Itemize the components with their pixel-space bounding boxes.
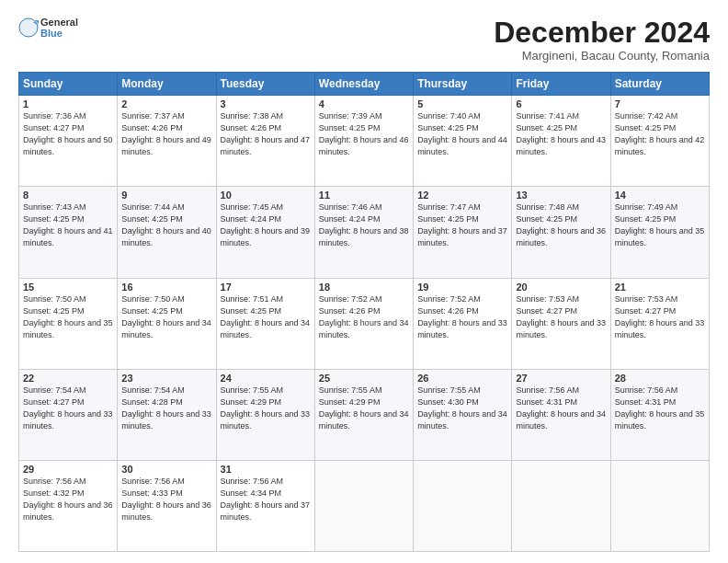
header-sunday: Sunday	[19, 73, 118, 96]
day-info: Sunrise: 7:45 AM Sunset: 4:24 PM Dayligh…	[221, 201, 311, 249]
calendar: SundayMondayTuesdayWednesdayThursdayFrid…	[18, 72, 710, 552]
day-cell-22: 22 Sunrise: 7:54 AM Sunset: 4:27 PM Dayl…	[19, 369, 118, 460]
week-row-5: 29 Sunrise: 7:56 AM Sunset: 4:32 PM Dayl…	[19, 460, 710, 551]
empty-cell-4-5	[512, 460, 610, 551]
day-cell-4: 4 Sunrise: 7:39 AM Sunset: 4:25 PM Dayli…	[314, 96, 413, 187]
day-cell-26: 26 Sunrise: 7:55 AM Sunset: 4:30 PM Dayl…	[414, 369, 512, 460]
day-info: Sunrise: 7:53 AM Sunset: 4:27 PM Dayligh…	[615, 293, 705, 341]
day-cell-7: 7 Sunrise: 7:42 AM Sunset: 4:25 PM Dayli…	[610, 96, 709, 187]
day-number: 30	[121, 464, 211, 475]
day-info: Sunrise: 7:56 AM Sunset: 4:31 PM Dayligh…	[615, 385, 705, 432]
logo: General Blue	[18, 17, 78, 39]
day-number: 28	[615, 373, 705, 384]
day-info: Sunrise: 7:52 AM Sunset: 4:26 PM Dayligh…	[417, 293, 507, 341]
empty-cell-4-3	[314, 460, 413, 551]
day-info: Sunrise: 7:53 AM Sunset: 4:27 PM Dayligh…	[516, 293, 606, 341]
day-number: 14	[615, 190, 705, 201]
header-saturday: Saturday	[610, 73, 709, 96]
day-number: 11	[319, 190, 409, 201]
subtitle: Margineni, Bacau County, Romania	[494, 49, 710, 63]
day-number: 20	[516, 282, 606, 293]
header-friday: Friday	[512, 73, 610, 96]
empty-cell-4-4	[414, 460, 512, 551]
day-number: 24	[221, 373, 311, 384]
day-number: 25	[319, 373, 409, 384]
day-number: 17	[221, 282, 311, 293]
day-info: Sunrise: 7:43 AM Sunset: 4:25 PM Dayligh…	[23, 201, 113, 249]
day-cell-18: 18 Sunrise: 7:52 AM Sunset: 4:26 PM Dayl…	[314, 278, 413, 369]
day-number: 8	[23, 190, 113, 201]
day-number: 29	[23, 464, 113, 475]
day-info: Sunrise: 7:38 AM Sunset: 4:26 PM Dayligh…	[221, 110, 311, 158]
header-thursday: Thursday	[414, 73, 512, 96]
day-cell-11: 11 Sunrise: 7:46 AM Sunset: 4:24 PM Dayl…	[314, 187, 413, 278]
day-number: 10	[221, 190, 311, 201]
day-number: 21	[615, 282, 705, 293]
day-info: Sunrise: 7:47 AM Sunset: 4:25 PM Dayligh…	[417, 201, 507, 249]
day-number: 9	[121, 190, 211, 201]
day-number: 23	[121, 373, 211, 384]
month-title: December 2024	[494, 17, 710, 49]
week-row-3: 15 Sunrise: 7:50 AM Sunset: 4:25 PM Dayl…	[19, 278, 710, 369]
day-number: 27	[516, 373, 606, 384]
day-info: Sunrise: 7:54 AM Sunset: 4:27 PM Dayligh…	[23, 385, 113, 432]
day-info: Sunrise: 7:51 AM Sunset: 4:25 PM Dayligh…	[221, 293, 311, 341]
day-cell-30: 30 Sunrise: 7:56 AM Sunset: 4:33 PM Dayl…	[118, 460, 216, 551]
day-info: Sunrise: 7:48 AM Sunset: 4:25 PM Dayligh…	[516, 201, 606, 249]
day-cell-17: 17 Sunrise: 7:51 AM Sunset: 4:25 PM Dayl…	[216, 278, 314, 369]
empty-cell-4-6	[610, 460, 709, 551]
day-info: Sunrise: 7:39 AM Sunset: 4:25 PM Dayligh…	[319, 110, 409, 158]
day-info: Sunrise: 7:49 AM Sunset: 4:25 PM Dayligh…	[615, 201, 705, 249]
day-cell-2: 2 Sunrise: 7:37 AM Sunset: 4:26 PM Dayli…	[118, 96, 216, 187]
day-number: 4	[319, 98, 409, 109]
day-info: Sunrise: 7:40 AM Sunset: 4:25 PM Dayligh…	[417, 110, 507, 158]
header-monday: Monday	[118, 73, 216, 96]
day-number: 1	[23, 98, 113, 109]
day-info: Sunrise: 7:56 AM Sunset: 4:34 PM Dayligh…	[221, 476, 311, 523]
title-block: December 2024 Margineni, Bacau County, R…	[494, 17, 710, 63]
header-wednesday: Wednesday	[314, 73, 413, 96]
day-cell-6: 6 Sunrise: 7:41 AM Sunset: 4:25 PM Dayli…	[512, 96, 610, 187]
day-info: Sunrise: 7:41 AM Sunset: 4:25 PM Dayligh…	[516, 110, 606, 158]
day-cell-25: 25 Sunrise: 7:55 AM Sunset: 4:29 PM Dayl…	[314, 369, 413, 460]
day-info: Sunrise: 7:50 AM Sunset: 4:25 PM Dayligh…	[121, 293, 211, 341]
week-row-4: 22 Sunrise: 7:54 AM Sunset: 4:27 PM Dayl…	[19, 369, 710, 460]
day-cell-27: 27 Sunrise: 7:56 AM Sunset: 4:31 PM Dayl…	[512, 369, 610, 460]
day-cell-23: 23 Sunrise: 7:54 AM Sunset: 4:28 PM Dayl…	[118, 369, 216, 460]
day-number: 13	[516, 190, 606, 201]
day-cell-13: 13 Sunrise: 7:48 AM Sunset: 4:25 PM Dayl…	[512, 187, 610, 278]
day-info: Sunrise: 7:56 AM Sunset: 4:31 PM Dayligh…	[516, 385, 606, 432]
page: General Blue December 2024 Margineni, Ba…	[0, 0, 728, 563]
day-info: Sunrise: 7:42 AM Sunset: 4:25 PM Dayligh…	[615, 110, 705, 158]
day-info: Sunrise: 7:50 AM Sunset: 4:25 PM Dayligh…	[23, 293, 113, 341]
day-info: Sunrise: 7:55 AM Sunset: 4:29 PM Dayligh…	[221, 385, 311, 432]
svg-point-0	[19, 18, 38, 37]
day-info: Sunrise: 7:46 AM Sunset: 4:24 PM Dayligh…	[319, 201, 409, 249]
week-row-2: 8 Sunrise: 7:43 AM Sunset: 4:25 PM Dayli…	[19, 187, 710, 278]
day-cell-24: 24 Sunrise: 7:55 AM Sunset: 4:29 PM Dayl…	[216, 369, 314, 460]
day-cell-10: 10 Sunrise: 7:45 AM Sunset: 4:24 PM Dayl…	[216, 187, 314, 278]
day-cell-31: 31 Sunrise: 7:56 AM Sunset: 4:34 PM Dayl…	[216, 460, 314, 551]
day-number: 12	[417, 190, 507, 201]
day-info: Sunrise: 7:37 AM Sunset: 4:26 PM Dayligh…	[121, 110, 211, 158]
day-cell-1: 1 Sunrise: 7:36 AM Sunset: 4:27 PM Dayli…	[19, 96, 118, 187]
header: General Blue December 2024 Margineni, Ba…	[18, 17, 710, 63]
day-info: Sunrise: 7:52 AM Sunset: 4:26 PM Dayligh…	[319, 293, 409, 341]
calendar-table: SundayMondayTuesdayWednesdayThursdayFrid…	[18, 72, 710, 552]
day-info: Sunrise: 7:55 AM Sunset: 4:29 PM Dayligh…	[319, 385, 409, 432]
day-number: 5	[417, 98, 507, 109]
day-cell-29: 29 Sunrise: 7:56 AM Sunset: 4:32 PM Dayl…	[19, 460, 118, 551]
day-cell-3: 3 Sunrise: 7:38 AM Sunset: 4:26 PM Dayli…	[216, 96, 314, 187]
day-cell-21: 21 Sunrise: 7:53 AM Sunset: 4:27 PM Dayl…	[610, 278, 709, 369]
day-cell-5: 5 Sunrise: 7:40 AM Sunset: 4:25 PM Dayli…	[414, 96, 512, 187]
day-number: 18	[319, 282, 409, 293]
header-tuesday: Tuesday	[216, 73, 314, 96]
day-info: Sunrise: 7:44 AM Sunset: 4:25 PM Dayligh…	[121, 201, 211, 249]
day-cell-8: 8 Sunrise: 7:43 AM Sunset: 4:25 PM Dayli…	[19, 187, 118, 278]
logo-bird-icon	[18, 17, 39, 38]
logo-general: General	[40, 17, 78, 28]
week-row-1: 1 Sunrise: 7:36 AM Sunset: 4:27 PM Dayli…	[19, 96, 710, 187]
day-number: 22	[23, 373, 113, 384]
day-number: 6	[516, 98, 606, 109]
day-number: 7	[615, 98, 705, 109]
